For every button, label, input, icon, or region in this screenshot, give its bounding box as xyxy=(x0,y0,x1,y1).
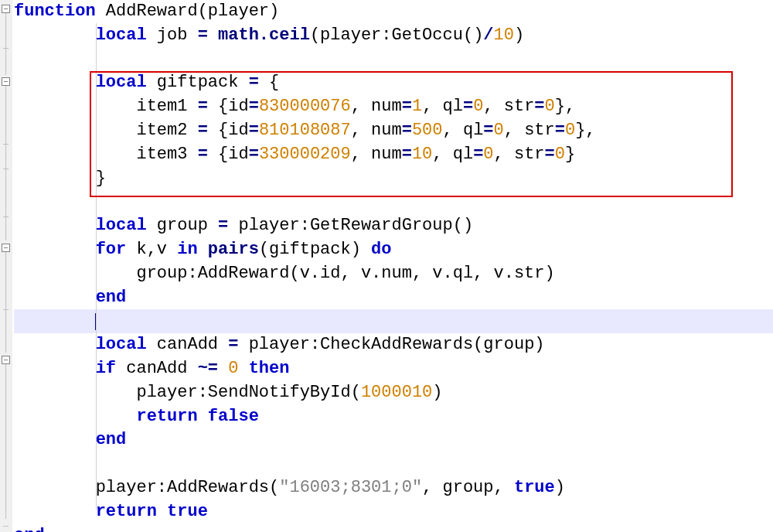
code-line: local group = player:GetRewardGroup() xyxy=(14,214,773,238)
code-line xyxy=(14,48,773,72)
code-line: player:SendNotifyById(1000010) xyxy=(14,381,773,405)
code-line: end xyxy=(14,286,773,310)
code-line: if canAdd ~= 0 then xyxy=(14,357,773,381)
fold-icon[interactable] xyxy=(2,356,10,364)
code-line-current xyxy=(14,309,773,333)
code-line: player:AddRewards("16003;8301;0", group,… xyxy=(14,476,773,500)
fold-gutter xyxy=(0,0,12,532)
code-line: local job = math.ceil(player:GetOccu()/1… xyxy=(14,24,773,48)
fold-icon[interactable] xyxy=(2,77,10,86)
code-line: function AddReward(player) xyxy=(14,0,773,24)
code-line: } xyxy=(14,167,773,191)
code-area[interactable]: function AddReward(player) local job = m… xyxy=(12,0,773,532)
code-line: item2 = {id=810108087, num=500, ql=0, st… xyxy=(14,119,773,143)
code-line xyxy=(14,452,773,476)
fold-icon[interactable] xyxy=(2,5,10,13)
code-line: group:AddReward(v.id, v.num, v.ql, v.str… xyxy=(14,262,773,286)
code-line: return false xyxy=(14,405,773,429)
code-line: return true xyxy=(14,500,773,524)
code-line: item3 = {id=330000209, num=10, ql=0, str… xyxy=(14,143,773,167)
code-line xyxy=(14,190,773,214)
code-line: local giftpack = { xyxy=(14,71,773,95)
code-line: end xyxy=(14,524,773,532)
code-line: item1 = {id=830000076, num=1, ql=0, str=… xyxy=(14,95,773,119)
code-editor[interactable]: function AddReward(player) local job = m… xyxy=(0,0,773,532)
code-line: for k,v in pairs(giftpack) do xyxy=(14,238,773,262)
code-line: local canAdd = player:CheckAddRewards(gr… xyxy=(14,333,773,357)
fold-icon[interactable] xyxy=(2,244,10,252)
code-line: end xyxy=(14,428,773,452)
